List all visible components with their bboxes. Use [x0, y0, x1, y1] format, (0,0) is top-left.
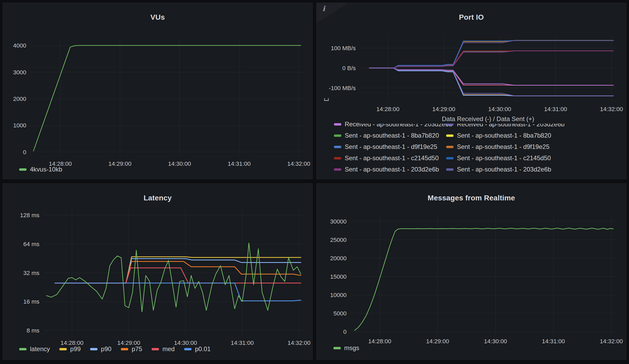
series-line-p99	[55, 257, 301, 283]
y-tick-label: 10000	[330, 292, 347, 298]
legend-label: p99	[70, 345, 81, 353]
y-tick-label: 0	[343, 329, 347, 335]
y-tick-label: 64 ms	[23, 241, 39, 247]
legend-swatch-icon	[446, 134, 453, 137]
legend-label: Sent - ap-southeast-1 - d9f19e25	[345, 143, 437, 150]
legend-label: Sent - ap-southeast-1 - 8ba7b820	[457, 132, 551, 139]
legend-label: 4kvus-10kb	[30, 166, 62, 173]
x-tick-label: 14:30:00	[168, 160, 191, 167]
y-tick-label: 0 B/s	[342, 65, 356, 71]
y-tick-label: 2000	[13, 96, 26, 102]
x-tick-label: 14:31:00	[228, 160, 251, 167]
series-line-p90	[55, 259, 301, 283]
messages-chart[interactable]: 14:28:0014:29:0014:30:0014:31:0014:32:00…	[317, 184, 627, 360]
legend-item[interactable]: Sent - ap-southeast-1 - c2145d50	[446, 154, 551, 162]
legend-swatch-icon	[334, 123, 341, 126]
legend-swatch-icon	[446, 146, 453, 148]
y-tick-label: 25000	[330, 237, 347, 243]
series-line-msgs	[355, 228, 613, 330]
messages-legend: msgs	[333, 344, 359, 352]
legend-swatch-icon	[334, 146, 341, 148]
x-tick-label: 14:31:00	[542, 338, 565, 345]
y-tick-label: 100 MB/s	[331, 45, 356, 51]
legend-item[interactable]: p75	[121, 345, 142, 353]
x-tick-label: 14:29:00	[426, 338, 449, 345]
y-tick-label: 5000	[333, 310, 347, 317]
legend-item[interactable]: p99	[59, 345, 81, 353]
x-tick-label: 14:32:00	[287, 340, 311, 346]
y-tick-label: 30000	[330, 218, 347, 225]
legend-label: med	[162, 345, 175, 353]
legend-item[interactable]: p0.01	[184, 345, 211, 353]
info-icon[interactable]: i	[322, 4, 325, 13]
series-line-Received line [light-orange]	[369, 68, 613, 96]
legend-label: p0.01	[195, 345, 211, 353]
port-io-x-axis-label: Data Received (-) / Data Sent (+)	[360, 115, 616, 124]
legend-label: p75	[132, 345, 142, 353]
x-tick-label: 14:31:00	[231, 340, 254, 346]
series-line-Sent - ap-southeast-1 - 8ba7b820 [yellow]	[369, 40, 613, 68]
y-tick-label: 3000	[13, 69, 26, 76]
y-tick-label: 0	[23, 149, 26, 155]
legend-item[interactable]: 4kvus-10kb	[19, 166, 62, 173]
legend-item[interactable]: Sent - ap-southeast-1 - 8ba7b820	[446, 132, 551, 139]
latency-chart[interactable]: 14:28:0014:29:0014:30:0014:31:0014:32:00…	[3, 184, 313, 360]
x-tick-label: 14:30:00	[484, 338, 507, 345]
port-io-chart[interactable]: 14:28:0014:29:0014:30:0014:31:0014:32:00…	[317, 3, 627, 179]
legend-swatch-icon	[333, 347, 341, 349]
panel-title-vus[interactable]: VUs	[3, 13, 312, 22]
legend-label: Sent - ap-southeast-1 - 203d2e6b	[345, 166, 439, 173]
legend-item[interactable]: Sent - ap-southeast-1 - 203d2e6b	[334, 165, 439, 173]
panel-title-port-io[interactable]: Port IO	[317, 13, 626, 22]
legend-swatch-icon	[152, 348, 159, 350]
x-tick-label: 14:29:00	[432, 106, 455, 112]
vus-legend: 4kvus-10kb	[19, 166, 62, 173]
panel-messages: Messages from Realtime 14:28:0014:29:001…	[316, 183, 626, 360]
vus-chart[interactable]: 14:28:0014:29:0014:30:0014:31:0014:32:00…	[3, 3, 313, 179]
legend-item[interactable]: latency	[19, 345, 50, 353]
legend-label: Sent - ap-southeast-1 - 203d2e6b	[457, 166, 551, 173]
y-tick-label: 1000	[13, 122, 26, 129]
y-tick-label: 32 ms	[23, 270, 39, 276]
legend-item[interactable]: Sent - ap-southeast-1 - 8ba7b820	[334, 132, 439, 139]
legend-swatch-icon	[121, 348, 128, 350]
panel-latency: Latency 14:28:0014:29:0014:30:0014:31:00…	[3, 183, 313, 360]
legend-label: Sent - ap-southeast-1 - 8ba7b820	[345, 132, 439, 139]
legend-swatch-icon	[446, 157, 453, 159]
series-line-Sent - ap-southeast-1 - d9f19e25 [orange]	[369, 40, 613, 68]
legend-item[interactable]: Sent - ap-southeast-1 - 203d2e6b	[446, 165, 551, 173]
legend-label: latency	[30, 345, 50, 353]
legend-swatch-icon	[446, 168, 453, 171]
series-line-med	[55, 268, 301, 283]
y-tick-label: 15000	[330, 273, 347, 280]
x-tick-label: 14:32:00	[287, 160, 310, 167]
legend-item[interactable]: Sent - ap-southeast-1 - c2145d50	[334, 154, 439, 162]
series-line-Received line [light-blue]	[369, 68, 613, 96]
legend-item[interactable]: msgs	[333, 344, 359, 352]
legend-swatch-icon	[334, 157, 341, 159]
x-tick-label: 14:28:00	[377, 106, 400, 112]
legend-swatch-icon	[59, 348, 67, 350]
panel-title-latency[interactable]: Latency	[3, 194, 312, 202]
x-tick-label: 14:32:00	[600, 106, 623, 112]
legend-label: msgs	[344, 344, 359, 352]
legend-swatch-icon	[19, 168, 27, 171]
legend-swatch-icon	[184, 348, 192, 350]
grafana-dashboard: VUs 14:28:0014:29:0014:30:0014:31:0014:3…	[0, 0, 629, 364]
series-line-Sent - ap-southeast-1 - c2145d50 [dark-blue]	[369, 40, 613, 68]
legend-swatch-icon	[334, 168, 341, 171]
legend-swatch-icon	[334, 134, 341, 137]
legend-item[interactable]: Sent - ap-southeast-1 - d9f19e25	[446, 143, 549, 151]
legend-item[interactable]: med	[152, 345, 175, 353]
legend-label: Sent - ap-southeast-1 - c2145d50	[345, 154, 439, 162]
x-tick-label: 14:32:00	[600, 338, 623, 345]
x-tick-label: 14:29:00	[109, 160, 132, 167]
panel-vus: VUs 14:28:0014:29:0014:30:0014:31:0014:3…	[3, 3, 313, 179]
panel-info-corner[interactable]	[317, 3, 348, 23]
y-tick-label: 16 ms	[23, 298, 39, 305]
legend-item[interactable]: p90	[90, 345, 111, 353]
y-tick-label: 20000	[330, 255, 347, 262]
series-line-Received - ap-southeast-1 - 203d2e6b [purple]	[369, 68, 613, 96]
panel-title-messages[interactable]: Messages from Realtime	[317, 194, 626, 202]
legend-item[interactable]: Sent - ap-southeast-1 - d9f19e25	[334, 143, 437, 151]
